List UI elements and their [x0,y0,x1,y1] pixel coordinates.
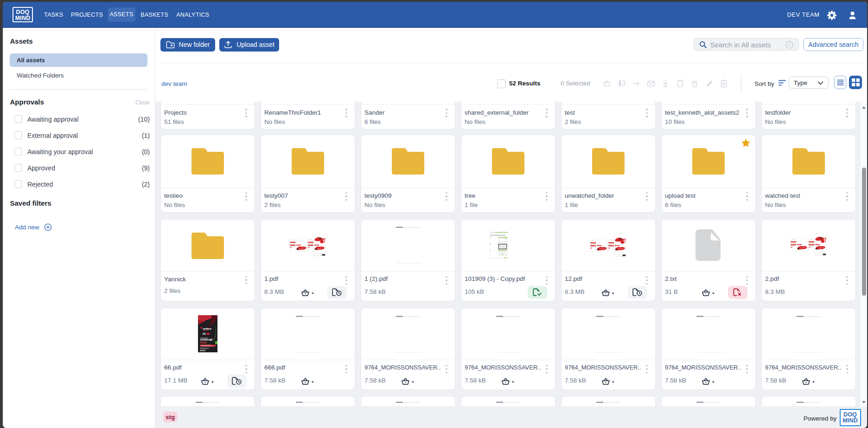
svg-text:ardeca: ardeca [203,327,212,330]
svg-text:5W30: 5W30 [200,341,207,344]
